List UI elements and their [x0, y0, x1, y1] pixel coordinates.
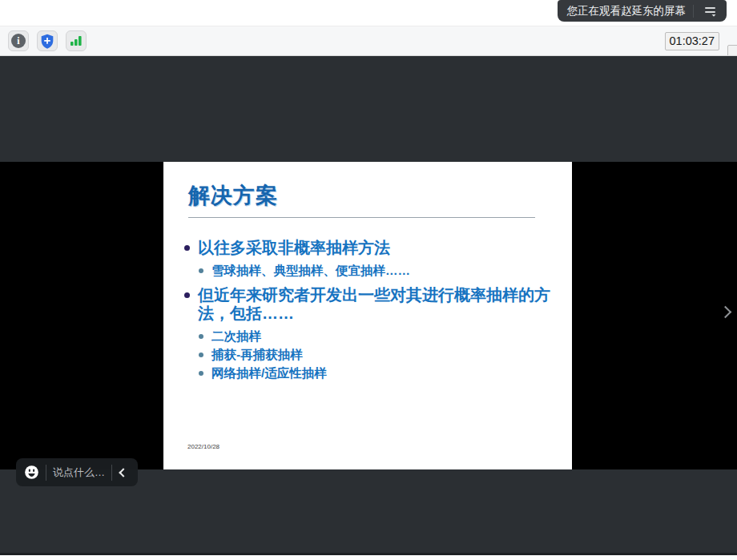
slide-bullet-level-2: 雪球抽样、典型抽样、便宜抽样……	[199, 264, 556, 278]
bullet-text: 网络抽样/适应性抽样	[211, 366, 327, 381]
slide-bullet-level-2: 二次抽样	[199, 329, 556, 344]
network-stats-bars-icon	[70, 35, 83, 46]
chat-divider	[46, 465, 46, 481]
toolbar-overflow-button[interactable]	[727, 45, 737, 56]
slide-bullet-level-2: 网络抽样/适应性抽样	[199, 366, 556, 381]
title-underline	[188, 217, 535, 218]
bullet-text: 雪球抽样、典型抽样、便宜抽样……	[211, 264, 410, 278]
banner-divider	[693, 5, 694, 18]
bullet-dot-icon	[184, 292, 190, 298]
bullet-dot-icon	[199, 353, 203, 357]
toolbar: i 01:03:27	[0, 26, 737, 56]
network-stats-button[interactable]	[66, 30, 87, 51]
bullet-text: 二次抽样	[211, 329, 261, 344]
chat-divider	[111, 465, 112, 481]
chat-placeholder: 说点什么…	[53, 465, 105, 480]
screen-share-window: 您正在观看赵延东的屏幕 i	[0, 0, 737, 560]
slide-date: 2022/10/28	[187, 443, 219, 450]
slide-bullet-level-1: 但近年来研究者开发出一些对其进行概率抽样的方法，包括……	[183, 286, 556, 323]
bullet-dot-icon	[199, 371, 203, 376]
bullet-text: 捕获-再捕获抽样	[211, 348, 303, 362]
bullet-dot-icon	[184, 245, 190, 251]
security-shield-button[interactable]	[37, 30, 58, 51]
slide-bullet-level-1: 以往多采取非概率抽样方法	[183, 239, 556, 257]
chat-input-bar[interactable]: 说点什么…	[16, 458, 138, 486]
presentation-slide: 解决方案 以往多采取非概率抽样方法雪球抽样、典型抽样、便宜抽样……但近年来研究者…	[163, 162, 572, 469]
bullet-dot-icon	[199, 268, 203, 273]
slide-title: 解决方案	[188, 181, 278, 210]
info-button[interactable]: i	[8, 30, 29, 51]
bullet-text: 以往多采取非概率抽样方法	[198, 239, 390, 257]
bottom-edge-strip	[0, 553, 737, 560]
screen-share-banner: 您正在观看赵延东的屏幕	[558, 0, 727, 22]
slide-bullet-list: 以往多采取非概率抽样方法雪球抽样、典型抽样、便宜抽样……但近年来研究者开发出一些…	[183, 231, 556, 385]
list-menu-caret-icon	[704, 5, 717, 17]
info-icon: i	[11, 34, 26, 48]
shared-screen-stage: 解决方案 以往多采取非概率抽样方法雪球抽样、典型抽样、便宜抽样……但近年来研究者…	[0, 56, 737, 560]
shield-plus-icon	[40, 34, 54, 49]
bullet-text: 但近年来研究者开发出一些对其进行概率抽样的方法，包括……	[198, 286, 556, 323]
slide-bullet-level-2: 捕获-再捕获抽样	[199, 348, 556, 362]
bullet-dot-icon	[199, 334, 203, 339]
chevron-left-icon[interactable]	[119, 468, 127, 477]
screen-share-banner-text: 您正在观看赵延东的屏幕	[567, 4, 687, 18]
smiley-icon[interactable]	[24, 465, 39, 480]
top-strip: 您正在观看赵延东的屏幕	[0, 0, 737, 26]
meeting-timer: 01:03:27	[665, 32, 719, 50]
banner-menu-button[interactable]	[701, 2, 720, 20]
